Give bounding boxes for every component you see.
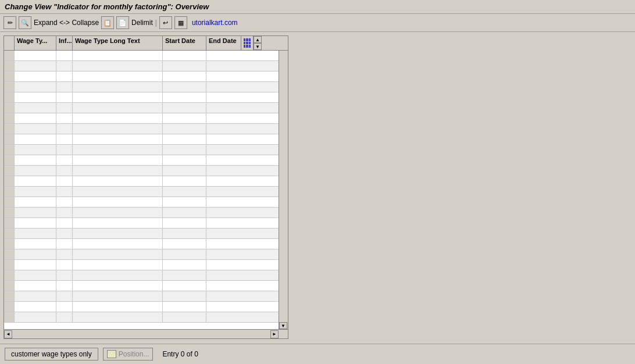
cell-wage-type [15,103,56,113]
cell-long-text [73,124,163,134]
edit-button[interactable]: ✏ [3,16,16,29]
vertical-scrollbar[interactable]: ▼ [279,51,288,329]
cell-long-text [73,281,163,291]
cell-start-date [163,218,206,228]
cell-inf [56,312,73,322]
cell-inf [56,260,73,270]
table-row[interactable] [4,270,279,281]
cell-start-date [163,187,206,197]
table-row[interactable] [4,72,279,82]
cell-long-text [73,291,163,301]
cell-long-text [73,113,163,123]
cell-long-text [73,92,163,102]
cell-end-date [206,176,241,186]
table-row[interactable] [4,176,279,187]
cell-wage-type [15,239,56,249]
watermark-text: utorialkart.com [192,19,238,27]
cell-end-date [206,270,241,280]
cell-end-date [206,187,241,197]
search-icon: 🔍 [21,19,29,27]
cell-long-text [73,134,163,144]
cell-wage-type [15,51,56,60]
paste-button[interactable]: 📄 [116,16,129,29]
cell-long-text [73,249,163,259]
table-row[interactable] [4,197,279,208]
row-selector [4,103,15,113]
cell-inf [56,218,73,228]
cell-long-text [73,218,163,228]
table-row[interactable] [4,249,279,260]
cell-long-text [73,208,163,217]
col-header-end-date: End Date [206,36,241,50]
table-row[interactable] [4,239,279,249]
table-row[interactable] [4,260,279,270]
table-row[interactable] [4,155,279,166]
table-row[interactable] [4,218,279,229]
scroll-down-button[interactable]: ▼ [254,43,262,50]
cell-wage-type [15,72,56,81]
cell-end-date [206,134,241,144]
cell-wage-type [15,155,56,165]
cell-long-text [73,197,163,207]
row-selector [4,145,15,155]
cell-long-text [73,155,163,165]
table-rows-container [4,51,279,329]
search-button[interactable]: 🔍 [19,16,31,29]
table-row[interactable] [4,291,279,302]
table-row[interactable] [4,312,279,323]
customer-wage-types-button[interactable]: customer wage types only [5,348,98,361]
cell-wage-type [15,249,56,259]
vertical-scroll-header: ▲ ▼ [253,36,262,50]
cell-long-text [73,187,163,197]
cell-start-date [163,92,206,102]
cell-start-date [163,166,206,176]
undo-button[interactable]: ↩ [159,16,172,29]
scroll-right-button[interactable]: ► [270,330,279,338]
col-header-grid-icon[interactable] [241,36,253,50]
cell-inf [56,92,73,102]
table-row[interactable] [4,61,279,72]
table-row[interactable] [4,51,279,61]
cell-start-date [163,155,206,165]
table-row[interactable] [4,281,279,291]
col-header-long-text: Wage Type Long Text [73,36,163,50]
table-row[interactable] [4,124,279,134]
cell-start-date [163,61,206,71]
cell-wage-type [15,312,56,322]
table-button[interactable]: ▦ [174,16,187,29]
cell-inf [56,82,73,92]
table-row[interactable] [4,113,279,124]
cell-inf [56,197,73,207]
cell-inf [56,281,73,291]
position-button[interactable]: Position... [103,348,154,361]
horizontal-scroll-bar: ◄ ► [4,329,288,338]
scroll-bottom-button[interactable]: ▼ [279,322,287,329]
cell-wage-type [15,187,56,197]
cell-start-date [163,208,206,217]
scroll-left-button[interactable]: ◄ [4,330,12,338]
row-selector [4,92,15,102]
table-row[interactable] [4,134,279,145]
cell-start-date [163,197,206,207]
layout-icon [244,38,251,48]
cell-long-text [73,270,163,280]
table-row[interactable] [4,187,279,197]
scroll-up-button[interactable]: ▲ [254,36,262,43]
cell-end-date [206,249,241,259]
cell-long-text [73,176,163,186]
position-icon [107,350,116,358]
cell-wage-type [15,208,56,217]
cell-end-date [206,260,241,270]
table-row[interactable] [4,166,279,176]
table-row[interactable] [4,145,279,155]
cell-end-date [206,124,241,134]
row-selector [4,134,15,144]
table-row[interactable] [4,229,279,239]
table-row[interactable] [4,208,279,218]
table-row[interactable] [4,92,279,103]
copy-button[interactable]: 📋 [101,16,114,29]
cell-start-date [163,51,206,60]
table-row[interactable] [4,82,279,92]
table-row[interactable] [4,103,279,113]
table-row[interactable] [4,302,279,312]
